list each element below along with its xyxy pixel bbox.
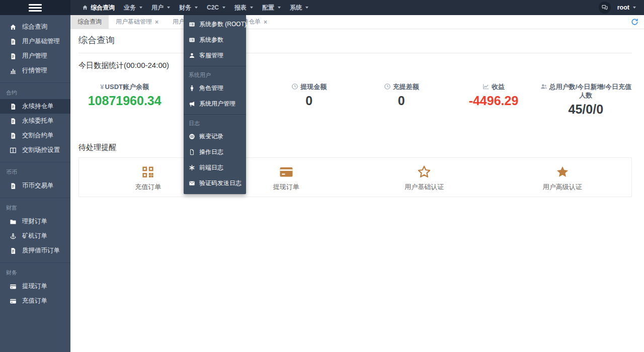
dropdown-item-system-params-root[interactable]: 系统参数 (ROOT) [184, 17, 246, 32]
sidebar-item-label: 综合查询 [22, 23, 47, 31]
nav-label: 配置 [262, 4, 274, 12]
dropdown-item-captcha-send-log[interactable]: 验证码发送日志 [184, 175, 246, 191]
document-icon [10, 132, 17, 139]
sidebar-group-wealth: 财富 理财订单 矿机订单 质押借币订单 [0, 198, 70, 262]
chat-button[interactable] [599, 2, 611, 14]
sidebar-item-market-mgmt[interactable]: 行情管理 [0, 63, 70, 78]
nav-item-user[interactable]: 用户 [147, 0, 175, 15]
dropdown-item-system-params[interactable]: 系统参数 [184, 32, 246, 48]
columns-icon [10, 147, 17, 154]
sidebar-group-spot: 币币 币币交易单 [0, 162, 70, 198]
caret-down-icon [139, 7, 142, 9]
star-outline-icon [417, 164, 432, 180]
qr-code-icon [140, 164, 155, 180]
nav-item-c2c[interactable]: C2C [202, 0, 230, 15]
sidebar-header [0, 0, 70, 15]
sidebar-item-label: 行情管理 [22, 66, 47, 75]
close-icon[interactable]: × [264, 19, 267, 25]
stat-card-user-counts: 总用户数/今日新增/今日充值人数 45/0/0 [540, 83, 632, 117]
sidebar-item-wealth-orders[interactable]: 理财订单 [0, 214, 70, 229]
nav-label: 业务 [124, 4, 136, 12]
stat-value: -4496.29 [447, 94, 539, 108]
tab-user-basic-mgmt[interactable]: 用户基础管理 × [109, 15, 166, 29]
sidebar-item-miner-orders[interactable]: 矿机订单 [0, 229, 70, 243]
document-icon [10, 247, 17, 254]
tab-overview[interactable]: 综合查询 [70, 15, 109, 29]
home-icon [10, 24, 17, 31]
nav-item-config[interactable]: 配置 [258, 0, 285, 15]
stat-card-profit: 收益 -4496.29 [447, 83, 539, 117]
sidebar-item-label: 理财订单 [22, 217, 47, 226]
document-icon [10, 103, 17, 110]
asterisk-icon [189, 164, 195, 171]
stat-value: 0 [263, 94, 355, 108]
sidebar-item-spot-trades[interactable]: 币币交易单 [0, 179, 70, 193]
sidebar-item-label: 提现订单 [22, 282, 47, 291]
stat-label: 充提差额 [355, 83, 447, 92]
sidebar-item-delivery-control[interactable]: 交割场控设置 [0, 143, 70, 157]
nav-label: C2C [207, 4, 219, 11]
system-dropdown-menu: 系统参数 (ROOT) 系统参数 客服管理 系统用户 角色管理 系统用户管理 日… [184, 15, 246, 194]
sidebar-item-label: 矿机订单 [22, 232, 47, 240]
nav-label: 系统 [290, 4, 302, 12]
sidebar-item-withdraw-orders[interactable]: 提现订单 [0, 279, 70, 294]
nav-item-overview[interactable]: 综合查询 [77, 0, 119, 15]
stat-label: ¥USDT账户余额 [78, 83, 171, 92]
dropdown-group-system-users: 系统用户 角色管理 系统用户管理 [184, 66, 246, 112]
credit-card-icon [10, 283, 17, 290]
star-filled-icon [555, 164, 570, 180]
stat-value: 45/0/0 [540, 102, 632, 117]
sidebar-item-user-mgmt[interactable]: 用户管理 [0, 49, 70, 63]
bar-chart-icon [10, 67, 17, 74]
pending-item-user-advanced-kyc[interactable]: 用户高级认证 [494, 164, 632, 192]
sidebar-group-main: 综合查询 用户基础管理 用户管理 行情管理 [0, 18, 70, 82]
sidebar-item-pledge-orders[interactable]: 质押借币订单 [0, 243, 70, 258]
sidebar-item-label: 永续委托单 [22, 117, 54, 125]
dropdown-item-customer-service[interactable]: 客服管理 [184, 48, 246, 63]
sidebar-item-overview[interactable]: 综合查询 [0, 20, 70, 34]
nav-item-report[interactable]: 报表 [230, 0, 258, 15]
close-icon[interactable]: × [155, 19, 158, 25]
sidebar: 综合查询 用户基础管理 用户管理 行情管理 合约 永续持仓单 永续委托单 交割合… [0, 15, 70, 352]
sidebar-section-title: 财富 [0, 200, 70, 214]
sidebar-item-delivery-contracts[interactable]: 交割合约单 [0, 128, 70, 143]
list-alt-icon [189, 37, 195, 43]
sidebar-item-perpetual-positions[interactable]: 永续持仓单 [0, 99, 70, 114]
user-menu[interactable]: root [617, 4, 636, 11]
refresh-button[interactable] [631, 15, 644, 29]
document-icon [10, 118, 17, 125]
dropdown-item-system-user-mgmt[interactable]: 系统用户管理 [184, 96, 246, 112]
sidebar-item-recharge-orders[interactable]: 充值订单 [0, 294, 70, 308]
stat-label: 收益 [447, 83, 539, 92]
sidebar-item-perpetual-orders[interactable]: 永续委托单 [0, 114, 70, 128]
nav-item-business[interactable]: 业务 [119, 0, 147, 15]
nav-item-system[interactable]: 系统 [285, 0, 313, 15]
list-alt-icon [189, 21, 195, 28]
menu-item-label: 角色管理 [199, 84, 223, 93]
menu-item-label: 系统参数 [199, 36, 223, 44]
dropdown-item-operation-log[interactable]: 操作日志 [184, 144, 246, 160]
nav-label: 用户 [151, 4, 164, 12]
person-icon [189, 85, 195, 92]
dropdown-section-title: 系统用户 [184, 67, 246, 80]
envelope-icon [189, 180, 195, 187]
dropdown-item-account-change-log[interactable]: 账变记录 [184, 129, 246, 144]
hamburger-menu-button[interactable] [29, 4, 42, 12]
nav-item-finance[interactable]: 财务 [175, 0, 202, 15]
pending-item-user-basic-kyc[interactable]: 用户基础认证 [355, 164, 494, 192]
caret-down-icon [633, 7, 636, 9]
stat-label: 提现金额 [263, 83, 355, 92]
document-icon [10, 38, 17, 45]
users-icon [540, 83, 547, 90]
sidebar-group-finance: 财务 提现订单 充值订单 [0, 262, 70, 313]
sidebar-item-label: 用户基础管理 [22, 37, 60, 46]
caret-down-icon [305, 7, 308, 9]
tab-label: 用户基础管理 [116, 18, 152, 26]
top-nav-items: 综合查询 业务 用户 财务 C2C 报表 配置 系统 [77, 0, 313, 15]
sidebar-item-user-basic-mgmt[interactable]: 用户基础管理 [0, 34, 70, 49]
tab-bar: 综合查询 用户基础管理 × 用户管理 × 永续持仓单 × [70, 15, 644, 29]
dropdown-item-frontend-log[interactable]: 前端日志 [184, 160, 246, 175]
dropdown-item-role-mgmt[interactable]: 角色管理 [184, 80, 246, 96]
caret-down-icon [167, 7, 170, 9]
clock-icon [384, 83, 391, 90]
